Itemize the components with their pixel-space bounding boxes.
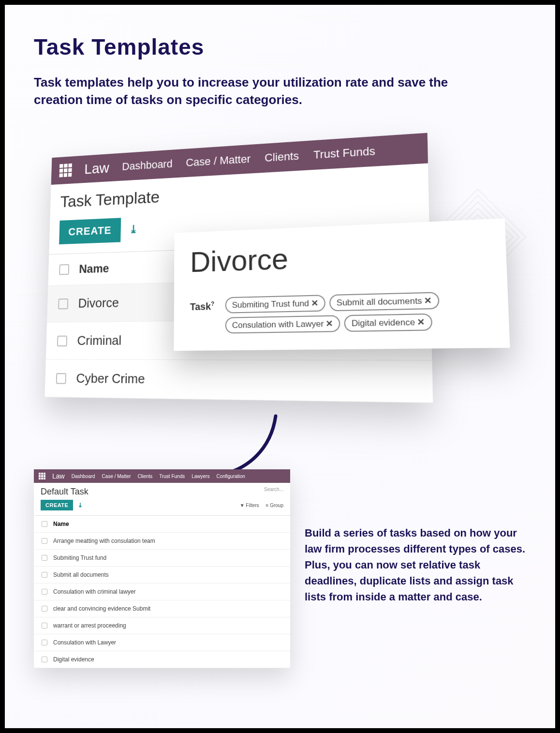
page-subtitle: Task templates help you to increase your… — [34, 74, 479, 109]
app-name[interactable]: Law — [84, 160, 109, 177]
apps-grid-icon[interactable] — [39, 473, 45, 479]
task-tags: Submiting Trust fund✕ Submit all documen… — [225, 291, 474, 334]
select-all-checkbox[interactable] — [59, 264, 69, 275]
row-label: Divorce — [78, 295, 119, 311]
row-label: Criminal — [77, 333, 121, 348]
task-tag[interactable]: Digital evidence✕ — [344, 314, 433, 332]
row-label: Digital evidence — [53, 656, 94, 663]
row-checkbox[interactable] — [57, 335, 67, 346]
row-label: Consulation with Lawyer — [53, 639, 116, 646]
row-label: Submit all documents — [53, 571, 109, 578]
remove-tag-icon[interactable]: ✕ — [311, 299, 318, 308]
row-checkbox[interactable] — [42, 606, 47, 612]
template-detail-card: Divorce Task? Submiting Trust fund✕ Subm… — [174, 218, 510, 351]
task-tag[interactable]: Submit all documents✕ — [329, 292, 440, 311]
table-row[interactable]: warrant or arrest proceeding — [34, 617, 290, 634]
create-button[interactable]: CREATE — [41, 500, 73, 510]
row-checkbox[interactable] — [58, 298, 68, 309]
column-name: Name — [53, 521, 69, 527]
table-header: Name — [34, 516, 290, 533]
nav-trust-funds[interactable]: Trust Funds — [313, 145, 375, 162]
nav-lawyers[interactable]: Lawyers — [192, 474, 209, 479]
remove-tag-icon[interactable]: ✕ — [424, 296, 432, 306]
filters-button[interactable]: ▼ Filters — [240, 503, 259, 508]
nav-trust-funds[interactable]: Trust Funds — [159, 474, 185, 479]
row-checkbox[interactable] — [42, 572, 47, 578]
table-row[interactable]: Consulation with criminal lawyer — [34, 583, 290, 600]
row-checkbox[interactable] — [42, 538, 47, 544]
row-label: Consulation with criminal lawyer — [53, 588, 136, 595]
marketing-page: Task Templates Task templates help you t… — [5, 5, 555, 728]
task-tag[interactable]: Consulation with Lawyer✕ — [225, 315, 340, 333]
row-checkbox[interactable] — [56, 373, 66, 384]
column-name: Name — [79, 261, 109, 276]
download-icon[interactable]: ⤓ — [129, 223, 138, 236]
table-row[interactable]: Submiting Trust fund — [34, 550, 290, 567]
body-paragraph: Build a series of tasks based on how you… — [305, 525, 527, 605]
remove-tag-icon[interactable]: ✕ — [325, 319, 333, 329]
nav-clients[interactable]: Clients — [138, 474, 153, 479]
nav-dashboard[interactable]: Dashboard — [122, 157, 173, 173]
row-label: Submiting Trust fund — [53, 554, 106, 561]
module-title: Default Task — [41, 487, 88, 497]
detail-title: Divorce — [190, 234, 488, 279]
app-nav-bar-small: Law Dashboard Case / Matter Clients Trus… — [34, 469, 290, 483]
table-row[interactable]: Submit all documents — [34, 567, 290, 583]
row-checkbox[interactable] — [42, 623, 47, 628]
toolbar: CREATE ⤓ ▼ Filters ≡ Group — [34, 497, 290, 516]
row-checkbox[interactable] — [42, 657, 47, 662]
apps-grid-icon[interactable] — [59, 164, 72, 178]
row-checkbox[interactable] — [42, 555, 47, 561]
table-row[interactable]: Digital evidence — [34, 651, 290, 668]
select-all-checkbox[interactable] — [42, 521, 47, 527]
table-row[interactable]: clear and convincing evidence Submit — [34, 600, 290, 617]
row-label: warrant or arrest proceeding — [53, 622, 126, 629]
table-row[interactable]: Consulation with Lawyer — [34, 634, 290, 651]
table-row[interactable]: Arrange meatting with consulation team — [34, 533, 290, 550]
download-icon[interactable]: ⤓ — [78, 502, 83, 509]
remove-tag-icon[interactable]: ✕ — [417, 317, 425, 328]
row-label: Cyber Crime — [76, 371, 145, 387]
row-checkbox[interactable] — [42, 589, 47, 595]
task-field-label: Task? — [190, 300, 215, 313]
main-screenshot-wrap: Law Dashboard Case / Matter Clients Trus… — [48, 155, 455, 445]
nav-case-matter[interactable]: Case / Matter — [102, 474, 131, 479]
table-row[interactable]: Cyber Crime — [44, 359, 433, 403]
group-by-button[interactable]: ≡ Group — [266, 503, 283, 508]
task-tag[interactable]: Submiting Trust fund✕ — [225, 295, 325, 314]
nav-dashboard[interactable]: Dashboard — [72, 474, 95, 479]
search-input[interactable]: Search... — [264, 487, 283, 492]
default-task-screenshot: Law Dashboard Case / Matter Clients Trus… — [34, 469, 290, 668]
nav-clients[interactable]: Clients — [265, 150, 299, 165]
row-label: Arrange meatting with consulation team — [53, 538, 155, 544]
row-checkbox[interactable] — [42, 640, 47, 645]
nav-configuration[interactable]: Configuration — [216, 474, 245, 479]
nav-case-matter[interactable]: Case / Matter — [186, 152, 251, 169]
row-label: clear and convincing evidence Submit — [53, 605, 150, 612]
app-name[interactable]: Law — [52, 472, 65, 480]
page-title: Task Templates — [34, 34, 526, 60]
create-button[interactable]: CREATE — [59, 218, 121, 244]
